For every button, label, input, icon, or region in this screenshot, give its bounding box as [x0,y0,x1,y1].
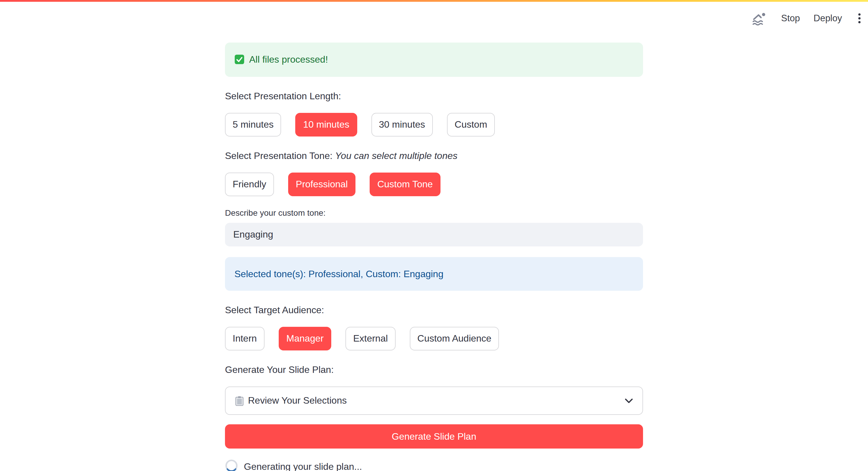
length-options-row: 5 minutes 10 minutes 30 minutes Custom [225,113,643,136]
spinner-text: Generating your slide plan... [244,462,362,471]
tone-section-label: Select Presentation Tone: You can select… [225,148,643,163]
expander-label: Review Your Selections [235,395,347,406]
clipboard-icon [235,396,244,406]
green-check-icon [235,55,244,65]
custom-tone-label: Describe your custom tone: [225,208,643,218]
length-option-custom[interactable]: Custom [447,113,495,136]
stop-button[interactable]: Stop [781,13,800,24]
audience-option-custom-audience[interactable]: Custom Audience [410,327,499,350]
slide-plan-section-label: Generate Your Slide Plan: [225,362,643,377]
success-message: All files processed! [249,52,328,67]
top-gradient-bar [0,0,868,2]
success-banner: All files processed! [225,42,643,77]
length-section-label: Select Presentation Length: [225,88,643,103]
audience-section-label: Select Target Audience: [225,302,643,317]
length-option-5-minutes[interactable]: 5 minutes [225,113,281,136]
app-header: Stop Deploy [752,2,868,35]
expander-label-text: Review Your Selections [248,395,347,406]
tone-option-professional[interactable]: Professional [288,172,355,196]
info-banner: Selected tone(s): Professional, Custom: … [225,257,643,291]
audience-options-row: Intern Manager External Custom Audience [225,327,643,350]
spinner-icon [225,459,238,471]
length-option-10-minutes[interactable]: 10 minutes [296,113,357,136]
kebab-menu-icon [858,13,861,24]
chevron-down-icon [625,398,633,403]
length-option-30-minutes[interactable]: 30 minutes [371,113,433,136]
info-message: Selected tone(s): Professional, Custom: … [235,266,443,281]
main-content: All files processed! Select Presentation… [225,0,643,471]
tone-option-custom-tone[interactable]: Custom Tone [370,172,440,196]
custom-tone-input[interactable] [225,223,643,246]
spinner-status: Generating your slide plan... [225,459,643,471]
review-selections-expander[interactable]: Review Your Selections [225,386,643,415]
tone-options-row: Friendly Professional Custom Tone [225,172,643,196]
audience-option-external[interactable]: External [345,327,395,350]
audience-option-manager[interactable]: Manager [279,327,331,350]
audience-option-intern[interactable]: Intern [225,327,265,350]
swimmer-running-status-icon [752,11,768,25]
deploy-button[interactable]: Deploy [814,13,842,24]
generate-slide-plan-button[interactable]: Generate Slide Plan [225,424,643,448]
tone-label-text: Select Presentation Tone: [225,150,335,160]
tone-label-hint: You can select multiple tones [335,150,457,160]
app-window: Stop Deploy All files processed! Select … [0,0,868,471]
main-menu-button[interactable] [856,12,863,25]
tone-option-friendly[interactable]: Friendly [225,172,274,196]
